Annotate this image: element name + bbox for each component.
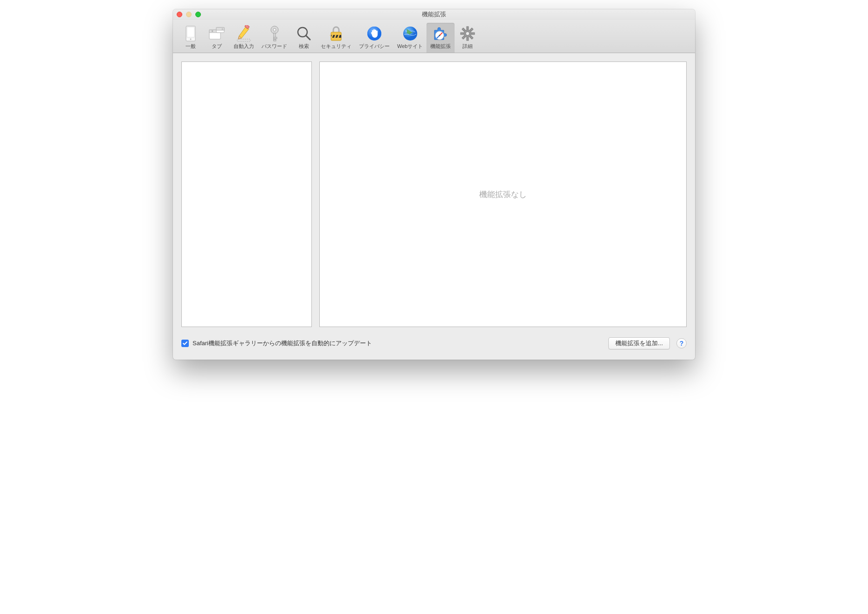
general-icon [185, 25, 197, 42]
auto-update-row: Safari機能拡張ギャラリーからの機能拡張を自動的にアップデート [181, 339, 372, 348]
close-window-button[interactable] [177, 12, 182, 17]
search-icon [296, 25, 311, 42]
globe-icon [403, 25, 418, 42]
svg-rect-37 [467, 38, 468, 41]
tab-label: 検索 [299, 43, 309, 50]
svg-rect-16 [274, 37, 277, 39]
key-icon [269, 25, 280, 42]
tab-websites[interactable]: Webサイト [393, 23, 427, 53]
svg-rect-12 [237, 39, 250, 41]
extensions-list-panel [181, 61, 312, 327]
zoom-window-button[interactable] [195, 12, 201, 17]
svg-rect-2 [187, 27, 194, 37]
extension-icon [433, 25, 448, 42]
tab-label: プライバシー [359, 43, 390, 50]
preferences-window: 機能拡張 一般 ✕ ＋ [173, 9, 695, 360]
add-extension-button[interactable]: 機能拡張を追加... [608, 337, 670, 349]
svg-rect-38 [461, 33, 463, 34]
tab-search[interactable]: 検索 [291, 23, 317, 53]
tab-tabs[interactable]: ✕ ＋ タブ [204, 23, 230, 53]
tab-passwords[interactable]: パスワード [258, 23, 291, 53]
pencil-icon [237, 25, 251, 42]
hand-icon [367, 25, 382, 42]
svg-rect-41 [462, 36, 465, 39]
tab-security[interactable]: セキュリティ [317, 23, 355, 53]
svg-rect-40 [470, 28, 473, 31]
svg-rect-42 [462, 28, 465, 31]
auto-update-checkbox[interactable] [181, 340, 189, 347]
svg-point-14 [273, 28, 276, 31]
tab-label: 機能拡張 [430, 43, 451, 50]
tab-advanced[interactable]: 詳細 [455, 23, 481, 53]
svg-rect-36 [467, 27, 468, 29]
svg-point-44 [466, 32, 469, 35]
svg-rect-39 [472, 33, 475, 34]
tab-label: 詳細 [462, 43, 473, 50]
extension-detail-panel: 機能拡張なし [319, 61, 687, 327]
no-extensions-message: 機能拡張なし [479, 189, 527, 200]
tab-extensions[interactable]: 機能拡張 [427, 23, 455, 53]
tab-general[interactable]: 一般 [178, 23, 204, 53]
tab-label: タブ [212, 43, 222, 50]
svg-rect-17 [274, 40, 276, 41]
tab-label: 一般 [186, 43, 196, 50]
preferences-toolbar: 一般 ✕ ＋ タブ [173, 20, 695, 53]
tabs-icon: ✕ ＋ [209, 25, 225, 42]
svg-line-19 [306, 36, 310, 40]
tab-label: 自動入力 [234, 43, 254, 50]
svg-text:＋: ＋ [221, 27, 224, 30]
minimize-window-button[interactable] [186, 12, 192, 17]
titlebar: 機能拡張 [173, 9, 695, 20]
auto-update-label: Safari機能拡張ギャラリーからの機能拡張を自動的にアップデート [193, 339, 372, 348]
tab-autofill[interactable]: 自動入力 [230, 23, 258, 53]
tab-label: パスワード [262, 43, 287, 50]
window-title: 機能拡張 [422, 10, 446, 19]
svg-text:✕: ✕ [211, 30, 214, 33]
footer: Safari機能拡張ギャラリーからの機能拡張を自動的にアップデート 機能拡張を追… [173, 335, 695, 360]
window-controls [177, 12, 201, 17]
svg-rect-43 [470, 36, 473, 39]
svg-rect-23 [330, 35, 330, 38]
content-area: 機能拡張なし [173, 53, 695, 335]
help-button[interactable]: ? [676, 338, 687, 348]
tab-label: セキュリティ [321, 43, 351, 50]
gear-icon [460, 25, 475, 42]
tab-privacy[interactable]: プライバシー [355, 23, 393, 53]
svg-point-34 [439, 35, 441, 36]
lock-icon [330, 25, 343, 42]
svg-point-1 [190, 39, 192, 40]
tab-label: Webサイト [397, 43, 423, 50]
